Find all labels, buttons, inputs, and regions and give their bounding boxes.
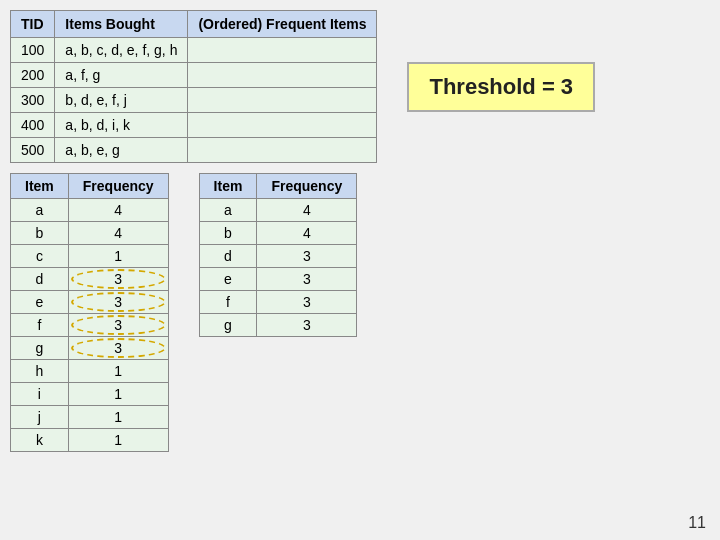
col-items-bought: Items Bought bbox=[55, 11, 188, 38]
freq-cell: 1 bbox=[68, 429, 168, 452]
tid-cell: 500 bbox=[11, 138, 55, 163]
list-item: d3 bbox=[11, 268, 169, 291]
list-item: d3 bbox=[199, 245, 357, 268]
list-item: j1 bbox=[11, 406, 169, 429]
list-item: i1 bbox=[11, 383, 169, 406]
col-frequent-items: (Ordered) Frequent Items bbox=[188, 11, 377, 38]
freq-cell: 4 bbox=[257, 199, 357, 222]
list-item: k1 bbox=[11, 429, 169, 452]
tid-cell: 300 bbox=[11, 88, 55, 113]
freq-cell: 3 bbox=[257, 291, 357, 314]
item-cell: d bbox=[199, 245, 257, 268]
freq-cell: 3 bbox=[68, 337, 168, 360]
items-bought-cell: a, b, c, d, e, f, g, h bbox=[55, 38, 188, 63]
freq-table-left: Item Frequency a4b4c1d3e3f3g3h1i1j1k1 bbox=[10, 173, 169, 452]
frequent-items-cell bbox=[188, 88, 377, 113]
bottom-section: Item Frequency a4b4c1d3e3f3g3h1i1j1k1 It… bbox=[0, 169, 720, 462]
item-cell: i bbox=[11, 383, 69, 406]
item-cell: k bbox=[11, 429, 69, 452]
freq-cell: 4 bbox=[257, 222, 357, 245]
list-item: e3 bbox=[11, 291, 169, 314]
freq-cell: 3 bbox=[68, 314, 168, 337]
freq-cell: 1 bbox=[68, 245, 168, 268]
items-bought-cell: b, d, e, f, j bbox=[55, 88, 188, 113]
item-cell: f bbox=[11, 314, 69, 337]
tid-cell: 400 bbox=[11, 113, 55, 138]
freq-cell: 1 bbox=[68, 360, 168, 383]
item-cell: b bbox=[199, 222, 257, 245]
table-row: 200a, f, g bbox=[11, 63, 377, 88]
list-item: b4 bbox=[11, 222, 169, 245]
frequent-items-cell bbox=[188, 113, 377, 138]
top-section: TID Items Bought (Ordered) Frequent Item… bbox=[0, 0, 720, 169]
item-cell: g bbox=[199, 314, 257, 337]
list-item: c1 bbox=[11, 245, 169, 268]
table-row: 100a, b, c, d, e, f, g, h bbox=[11, 38, 377, 63]
list-item: g3 bbox=[11, 337, 169, 360]
freq-table-right: Item Frequency a4b4d3e3f3g3 bbox=[199, 173, 358, 337]
list-item: a4 bbox=[11, 199, 169, 222]
freq-cell: 3 bbox=[68, 291, 168, 314]
item-cell: c bbox=[11, 245, 69, 268]
list-item: f3 bbox=[11, 314, 169, 337]
freq-cell: 1 bbox=[68, 383, 168, 406]
items-bought-cell: a, f, g bbox=[55, 63, 188, 88]
freq-cell: 1 bbox=[68, 406, 168, 429]
left-col-freq: Frequency bbox=[68, 174, 168, 199]
freq-cell: 4 bbox=[68, 222, 168, 245]
tid-cell: 100 bbox=[11, 38, 55, 63]
item-cell: b bbox=[11, 222, 69, 245]
frequent-items-cell bbox=[188, 63, 377, 88]
right-col-item: Item bbox=[199, 174, 257, 199]
freq-cell: 3 bbox=[257, 314, 357, 337]
item-cell: e bbox=[11, 291, 69, 314]
list-item: a4 bbox=[199, 199, 357, 222]
frequent-items-cell bbox=[188, 38, 377, 63]
table-row: 500a, b, e, g bbox=[11, 138, 377, 163]
col-tid: TID bbox=[11, 11, 55, 38]
freq-cell: 3 bbox=[257, 268, 357, 291]
list-item: g3 bbox=[199, 314, 357, 337]
item-cell: j bbox=[11, 406, 69, 429]
tid-cell: 200 bbox=[11, 63, 55, 88]
freq-cell: 3 bbox=[68, 268, 168, 291]
list-item: e3 bbox=[199, 268, 357, 291]
frequent-items-cell bbox=[188, 138, 377, 163]
item-cell: h bbox=[11, 360, 69, 383]
item-cell: e bbox=[199, 268, 257, 291]
threshold-box: Threshold = 3 bbox=[407, 62, 595, 112]
list-item: h1 bbox=[11, 360, 169, 383]
item-cell: a bbox=[199, 199, 257, 222]
left-col-item: Item bbox=[11, 174, 69, 199]
item-cell: f bbox=[199, 291, 257, 314]
items-bought-cell: a, b, e, g bbox=[55, 138, 188, 163]
page-number: 11 bbox=[688, 514, 706, 532]
list-item: f3 bbox=[199, 291, 357, 314]
table-row: 300b, d, e, f, j bbox=[11, 88, 377, 113]
list-item: b4 bbox=[199, 222, 357, 245]
items-bought-cell: a, b, d, i, k bbox=[55, 113, 188, 138]
item-cell: a bbox=[11, 199, 69, 222]
freq-cell: 4 bbox=[68, 199, 168, 222]
item-cell: d bbox=[11, 268, 69, 291]
transaction-table: TID Items Bought (Ordered) Frequent Item… bbox=[10, 10, 377, 163]
table-row: 400a, b, d, i, k bbox=[11, 113, 377, 138]
item-cell: g bbox=[11, 337, 69, 360]
right-col-freq: Frequency bbox=[257, 174, 357, 199]
freq-cell: 3 bbox=[257, 245, 357, 268]
